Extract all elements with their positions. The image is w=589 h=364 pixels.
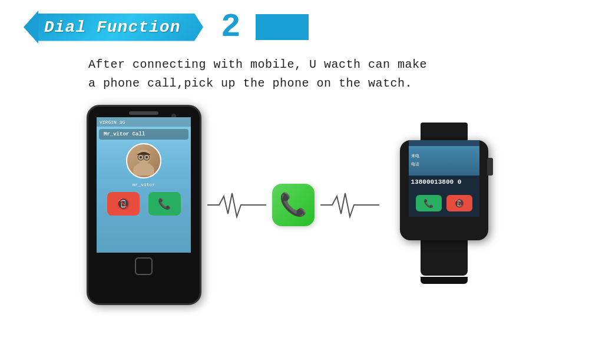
phone-speaker <box>129 111 158 115</box>
home-button <box>135 257 153 275</box>
svg-point-6 <box>145 156 148 158</box>
caller-name: Mr_vitor Call <box>104 131 184 137</box>
accept-button: 📞 <box>148 192 181 216</box>
watch-call-buttons: 📞 📵 <box>409 191 479 215</box>
caller-status: mr_vitor <box>97 182 191 187</box>
ribbon-body: Dial Function <box>38 14 203 41</box>
ribbon-arrow <box>24 11 38 44</box>
svg-point-5 <box>140 156 142 158</box>
carrier-text: VIRGIN 3G <box>100 120 125 125</box>
watch-crown <box>487 158 493 176</box>
smartphone: VIRGIN 3G Mr_vitor Call <box>87 105 201 305</box>
watch-band-bottom <box>421 240 468 276</box>
svg-point-1 <box>133 163 154 176</box>
watch-accept-btn: 📞 <box>416 195 442 211</box>
description-block: After connecting with mobile, U wacth ca… <box>0 49 589 105</box>
watch-screen-inner: 来电 电话 13800013800 0 📞 <box>409 146 479 217</box>
phone-icon: 📞 <box>279 191 307 219</box>
watch-decline-btn: 📵 <box>446 195 472 211</box>
status-bar: VIRGIN 3G <box>97 117 191 127</box>
page-title: Dial Function <box>44 18 180 37</box>
section-number: 2 <box>221 11 241 44</box>
blue-decoration <box>256 14 309 40</box>
call-buttons: 📵 📞 <box>97 187 191 219</box>
caller-avatar <box>126 143 161 178</box>
accept-icon: 📞 <box>158 197 171 210</box>
watch-screen: 来电 电话 13800013800 0 📞 <box>409 140 479 217</box>
watch-top-section: 来电 电话 <box>409 146 479 176</box>
heartbeat-svg-right <box>320 187 379 223</box>
watch-text1: 来电 <box>409 153 479 161</box>
phone-app-icon: 📞 <box>272 184 315 226</box>
watch-decline-icon: 📵 <box>454 198 464 209</box>
header: Dial Function 2 <box>0 0 589 49</box>
smartwatch: 来电 电话 13800013800 0 📞 <box>385 123 503 287</box>
caller-info: Mr_vitor Call <box>99 129 188 140</box>
main-content: VIRGIN 3G Mr_vitor Call <box>0 105 589 305</box>
decline-button: 📵 <box>107 192 140 216</box>
title-ribbon: Dial Function <box>24 11 203 44</box>
heartbeat-svg-left <box>207 187 266 223</box>
heartbeat-left <box>207 187 266 223</box>
description-line1: After connecting with mobile, U wacth ca… <box>88 55 554 74</box>
heartbeat-right <box>320 187 379 223</box>
watch-band-end <box>421 277 468 284</box>
description-line2: a phone call,pick up the phone on the wa… <box>88 74 554 93</box>
avatar-svg <box>129 146 158 176</box>
watch-accept-icon: 📞 <box>423 198 434 209</box>
decline-icon: 📵 <box>117 197 130 210</box>
phone-screen: VIRGIN 3G Mr_vitor Call <box>97 117 191 253</box>
watch-body: 来电 电话 13800013800 0 📞 <box>400 140 488 240</box>
watch-band-top <box>421 123 468 140</box>
watch-number: 13800013800 0 <box>409 177 479 187</box>
watch-text2: 电话 <box>409 161 479 169</box>
